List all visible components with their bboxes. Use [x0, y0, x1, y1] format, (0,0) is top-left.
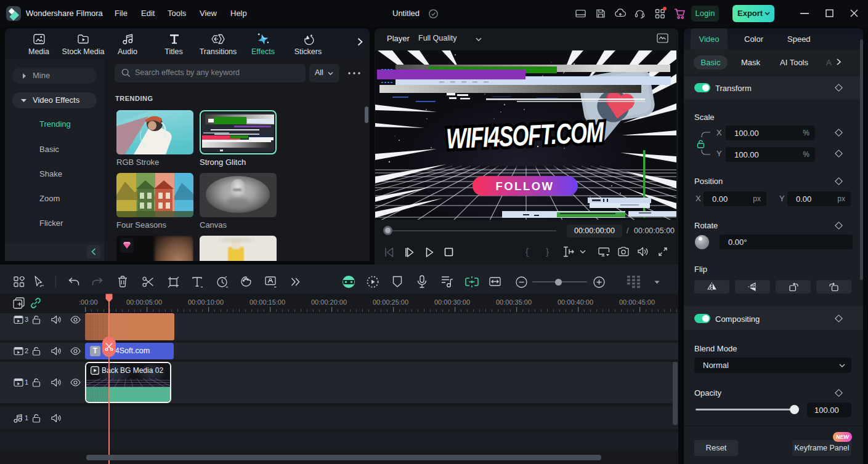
svg-text:FOLLOW: FOLLOW — [495, 180, 554, 193]
